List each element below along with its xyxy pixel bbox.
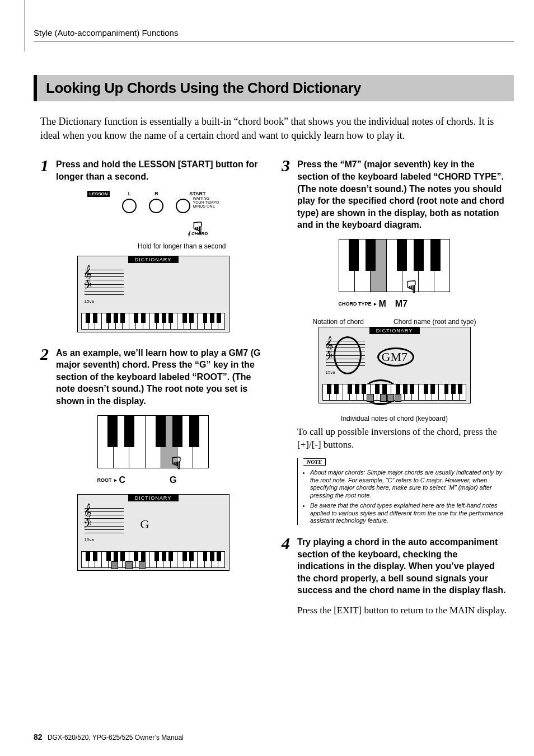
page-number: 82 [34, 732, 43, 741]
section-title: Looking Up Chords Using the Chord Dictio… [34, 75, 514, 101]
lesson-start-button [176, 199, 190, 213]
running-header: Style (Auto-accompaniment) Functions [34, 28, 514, 37]
hand-cursor-icon: ☟ [193, 220, 203, 237]
btn-l-label: L [128, 191, 132, 196]
hand-cursor-icon: ☟ [406, 279, 416, 295]
root-c-label: C [119, 475, 126, 485]
step-4-text: Try playing a chord in the auto accompan… [297, 536, 507, 597]
chordname-callout: Chord name (root and type) [394, 318, 476, 326]
chordtype-keyboard-segment: CHORD TYPE ▸ M M7 ☟ [339, 239, 451, 312]
step4-body-after: Press the [EXIT] button to return to the… [297, 604, 507, 617]
step-number-4: 4 [282, 535, 294, 552]
hand-cursor-icon: ☟ [171, 455, 181, 472]
btn-r-label: R [154, 191, 158, 196]
dictionary-title-3: DICTIONARY [369, 327, 420, 334]
dictionary-display-1: DICTIONARY 15va [77, 256, 229, 332]
footer: 82 DGX-620/520, YPG-625/525 Owner’s Manu… [34, 732, 184, 741]
step-1-text: Press and hold the LESSON [START] button… [56, 158, 266, 182]
step3-body-after: To call up possible inversions of the ch… [297, 426, 507, 452]
mini-keyboard-3 [322, 384, 467, 401]
step-number-3: 3 [282, 157, 294, 174]
root-arrow-icon: ▸ [114, 477, 117, 483]
lesson-l-button [122, 199, 137, 213]
header-rule [34, 41, 514, 41]
note-item-1: About major chords: Simple major chords … [310, 469, 507, 500]
chord-type-label: CHORD TYPE [339, 301, 372, 307]
waiting-text: WAITING YOUR TEMPO MINUS ONE [193, 196, 219, 209]
root-label: ROOT [97, 477, 112, 483]
note-box: NOTE About major chords: Simple major ch… [297, 458, 507, 525]
dictionary-title-1: DICTIONARY [128, 256, 179, 263]
manual-title: DGX-620/520, YPG-625/525 Owner’s Manual [48, 734, 184, 741]
step-2-text: As an example, we’ll learn how to play a… [56, 347, 266, 407]
root-g-label: G [170, 475, 176, 485]
note-title: NOTE [303, 458, 326, 466]
hold-caption: Hold for longer than a second [81, 242, 226, 250]
step-3-text: Press the “M7” (major seventh) key in th… [297, 158, 507, 231]
step-number-2: 2 [40, 346, 53, 363]
note-item-2: Be aware that the chord types explained … [310, 502, 507, 525]
lesson-buttons-figure: LESSON L R START [81, 191, 226, 250]
chord-type-m-label: M [379, 299, 386, 309]
individual-notes-callout: Individual notes of chord (keyboard) [282, 415, 507, 422]
dictionary-title-2: DICTIONARY [128, 495, 179, 501]
dictionary-display-2: DICTIONARY 15va G [77, 494, 229, 571]
mini-keyboard-2 [81, 551, 226, 568]
intro-text: The Dictionary function is essentially a… [40, 115, 507, 143]
lesson-badge: LESSON [87, 191, 110, 197]
lesson-r-button [149, 199, 163, 213]
header-rule-vertical [25, 0, 25, 51]
chord-type-arrow-icon: ▸ [374, 301, 377, 307]
dictionary-display-3: DICTIONARY 15va GM7 [318, 327, 471, 403]
notation-callout: Notation of chord [313, 318, 364, 326]
root-keyboard-segment: ROOT ▸ C G ☟ [97, 415, 209, 489]
chord-name-g: G [140, 517, 149, 532]
btn-start-label: START [189, 191, 205, 196]
chord-type-m7-label: M7 [395, 299, 407, 309]
step-number-1: 1 [40, 157, 53, 174]
mini-keyboard-1 [81, 313, 226, 330]
